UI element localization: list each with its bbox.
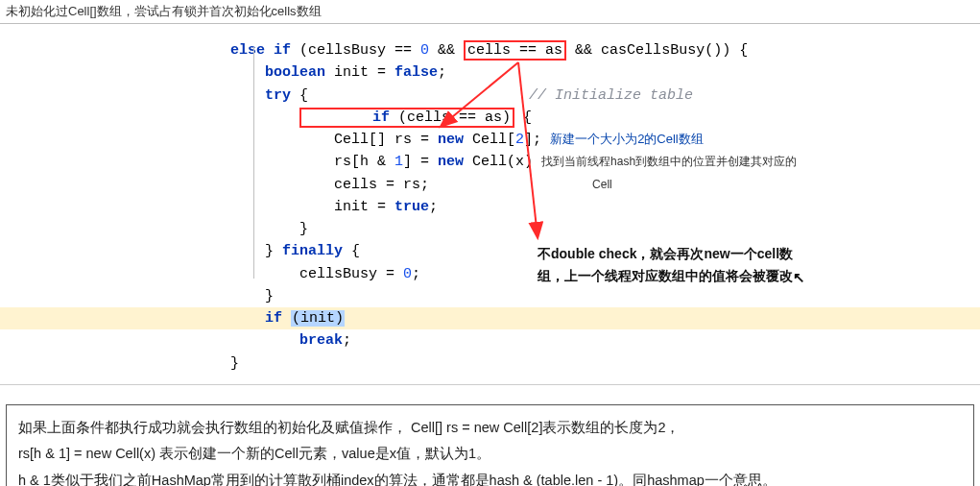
txt: {	[291, 87, 308, 104]
code-line-7: cells = rs;Cell	[230, 174, 980, 196]
code-line-12: }	[230, 285, 980, 307]
txt: {	[343, 243, 360, 259]
highlight-cells-eq-as-1: cells == as	[464, 40, 566, 61]
code-line-14: break;	[230, 329, 980, 352]
kw-true: true	[394, 199, 429, 215]
annotation-line-1: 不double check，就会再次new一个cell数	[538, 243, 845, 264]
kw-if: if	[230, 310, 291, 327]
explanation-line-1: 如果上面条件都执行成功就会执行数组的初始化及赋值操作， Cell[] rs = …	[18, 415, 962, 442]
note-new-cell-array: 新建一个大小为2的Cell数组	[550, 132, 704, 146]
highlight-if-init: if (init)	[0, 307, 980, 329]
kw-finally: finally	[282, 243, 343, 259]
code-line-8: init = true;	[230, 196, 980, 218]
kw-try: try	[230, 87, 291, 104]
highlight-if-cells-eq-as: if (cells == as)	[299, 108, 514, 128]
txt: rs[h &	[230, 154, 394, 170]
kw-else-if: else if	[230, 42, 291, 59]
kw-new: new	[438, 132, 464, 148]
txt: ;	[429, 199, 438, 215]
kw-boolean: boolean	[230, 64, 325, 81]
note-hash-pos-2: Cell	[592, 178, 612, 191]
txt: init =	[230, 199, 394, 215]
txt: init =	[325, 64, 394, 81]
txt: Cell[	[464, 132, 515, 148]
annotation-line-2: 组，上一个线程对应数组中的值将会被覆改	[538, 268, 793, 283]
code-line-15: }	[230, 352, 980, 375]
num: 0	[403, 266, 412, 282]
txt: ;	[343, 332, 351, 349]
txt: cells = rs;	[230, 177, 429, 193]
explanation-line-3: h & 1类似于我们之前HashMap常用到的计算散列桶index的算法，通常都…	[18, 468, 962, 486]
num: 0	[420, 42, 429, 59]
kw-false: false	[394, 64, 438, 81]
txt: Cell(x)	[464, 154, 533, 170]
code-line-13: if (init)	[230, 310, 345, 327]
kw-new: new	[438, 154, 464, 170]
annotation-double-check: 不double check，就会再次new一个cell数 组，上一个线程对应数组…	[538, 243, 845, 287]
explanation-box: 如果上面条件都执行成功就会执行数组的初始化及赋值操作， Cell[] rs = …	[6, 404, 974, 486]
txt: (cells == as)	[390, 109, 511, 126]
code-block: else if (cellsBusy == 0 && cells == as &…	[0, 30, 980, 385]
explanation-line-2: rs[h & 1] = new Cell(x) 表示创建一个新的Cell元素，v…	[18, 441, 962, 468]
txt: ];	[524, 132, 541, 148]
txt: }	[230, 243, 282, 259]
top-note: 未初始化过Cell[]数组，尝试占有锁并首次初始化cells数组	[0, 0, 980, 24]
code-line-9: }	[230, 218, 980, 240]
indent-guide	[253, 47, 254, 279]
code-line-5: Cell[] rs = new Cell[2]; 新建一个大小为2的Cell数组	[230, 129, 980, 151]
cursor-icon: ↖	[793, 266, 805, 289]
code-line-3: try {// Initialize table	[230, 85, 980, 107]
txt: &&	[429, 42, 464, 59]
txt: {	[514, 109, 532, 126]
num: 2	[515, 132, 524, 148]
code-line-2: boolean init = false;	[230, 61, 980, 84]
kw-if: if	[303, 109, 390, 126]
note-hash-pos-1: 找到当前线程hash到数组中的位置并创建其对应的	[541, 155, 797, 168]
txt: && casCellsBusy()) {	[566, 42, 748, 59]
code-line-4: if (cells == as) {	[230, 107, 980, 129]
code-line-6: rs[h & 1] = new Cell(x) 找到当前线程hash到数组中的位…	[230, 151, 980, 173]
txt: ;	[438, 64, 446, 81]
txt: ;	[412, 266, 420, 282]
txt: ] =	[403, 154, 438, 170]
txt: cellsBusy =	[230, 266, 403, 282]
kw-break: break	[230, 332, 343, 349]
num: 1	[394, 154, 403, 170]
txt: (cellsBusy ==	[291, 42, 420, 59]
comment-init-table: // Initialize table	[529, 87, 693, 104]
txt: Cell[] rs =	[230, 132, 438, 148]
selection-init: (init)	[291, 310, 345, 327]
code-line-1: else if (cellsBusy == 0 && cells == as &…	[230, 39, 980, 61]
